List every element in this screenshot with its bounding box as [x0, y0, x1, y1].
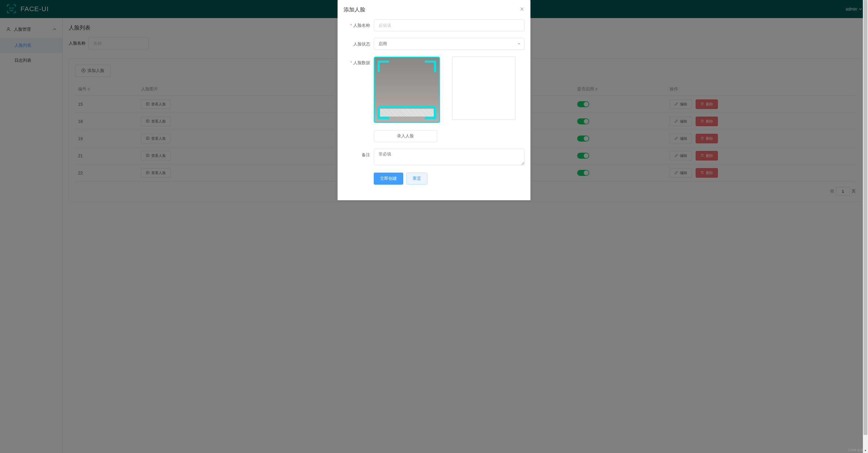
- dialog-title: 添加人脸: [344, 6, 365, 13]
- reset-button[interactable]: 重置: [406, 172, 427, 185]
- vertical-scrollbar[interactable]: ▲ ▼: [863, 0, 868, 453]
- close-icon[interactable]: [520, 7, 524, 13]
- noise-bar: [380, 109, 434, 117]
- watermark: CSDN @漂…: [848, 448, 866, 452]
- camera-preview: [374, 57, 440, 123]
- face-status-select[interactable]: 启用: [374, 38, 524, 50]
- capture-result-box: [452, 57, 516, 120]
- field-status-label: 人脸状态: [353, 41, 370, 46]
- field-name-label: 人脸名称: [353, 23, 370, 28]
- submit-button[interactable]: 立即创建: [374, 172, 403, 185]
- field-remark-label: 备注: [362, 153, 370, 157]
- remark-textarea[interactable]: [374, 149, 524, 165]
- scrollbar-thumb[interactable]: [864, 0, 867, 435]
- field-data-label: 人脸数据: [353, 60, 370, 65]
- add-face-dialog: 添加人脸 *人脸名称 人脸状态 启用 *人脸数据: [338, 0, 530, 200]
- face-name-input[interactable]: [374, 19, 524, 31]
- capture-face-button[interactable]: 录入人脸: [374, 130, 437, 142]
- scan-line-icon: [379, 106, 435, 107]
